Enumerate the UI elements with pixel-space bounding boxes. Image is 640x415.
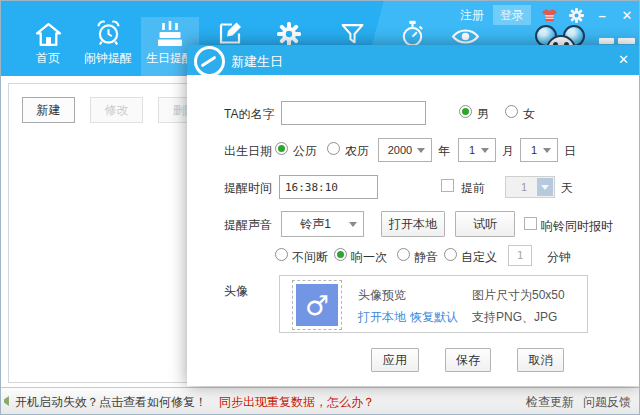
- feedback-link[interactable]: 问题反馈: [583, 394, 631, 411]
- stopwatch-icon: [400, 17, 425, 47]
- remind-time-input[interactable]: [279, 175, 378, 199]
- new-button[interactable]: 新建: [22, 97, 75, 123]
- login-link[interactable]: 登录: [493, 5, 531, 25]
- clock-icon: [194, 46, 225, 75]
- sync-duplicate-tip[interactable]: 同步出现重复数据，怎么办？: [219, 394, 375, 411]
- year-unit: 年: [438, 143, 450, 160]
- day-unit: 日: [564, 143, 576, 160]
- ring-once-radio[interactable]: [334, 248, 347, 261]
- ring-mute-radio[interactable]: [397, 248, 410, 261]
- minimize-button[interactable]: –: [594, 8, 610, 23]
- funnel-icon: [340, 17, 365, 47]
- announcement-icon: [4, 396, 13, 406]
- ring-custom-label: 自定义: [461, 249, 497, 266]
- birthdate-label: 出生日期: [224, 143, 272, 160]
- chime-label: 响铃同时报时: [541, 218, 613, 235]
- window-close-button[interactable]: ✕: [619, 8, 635, 23]
- status-bar: 开机启动失效？点击查看如何修复！ 同步出现重复数据，怎么办？ 检查更新 问题反馈: [1, 387, 640, 414]
- mascot-caption-fragment: [618, 38, 635, 44]
- female-radio[interactable]: [505, 105, 518, 118]
- month-unit: 月: [502, 143, 514, 160]
- new-birthday-dialog: 新建生日 ✕ TA的名字 男 女 出生日期 公历 农历 2000 年 1 月 1…: [187, 45, 640, 386]
- nav-tab-label: 闹钟提醒: [84, 50, 132, 67]
- custom-minutes-unit: 分钟: [547, 249, 571, 266]
- boot-fix-tip[interactable]: 开机启动失效？点击查看如何修复！: [15, 394, 207, 411]
- modify-button: 修改: [90, 97, 143, 123]
- apply-button[interactable]: 应用: [371, 348, 419, 372]
- day-select[interactable]: 1: [520, 138, 558, 162]
- solar-radio[interactable]: [275, 142, 288, 155]
- male-label: 男: [477, 106, 489, 123]
- titlebar-controls: 注册 登录 – ✕: [460, 5, 635, 25]
- save-button[interactable]: 保存: [445, 348, 491, 372]
- nav-tab-label: 首页: [36, 50, 60, 67]
- name-label: TA的名字: [224, 106, 274, 123]
- home-icon: [35, 17, 62, 47]
- gear-icon: [276, 17, 302, 47]
- ring-once-label: 响一次: [351, 249, 387, 266]
- dialog-titlebar: 新建生日 ✕: [187, 45, 640, 75]
- ring-mute-label: 静音: [414, 249, 438, 266]
- avatar-size-note: 图片尺寸为50x50: [472, 287, 565, 304]
- year-select[interactable]: 2000: [378, 138, 432, 162]
- avatar-preview: ♂: [292, 280, 342, 330]
- avatar-restore-link[interactable]: 恢复默认: [410, 309, 458, 326]
- preview-button[interactable]: 试听: [455, 211, 515, 237]
- nav-tab-alarm[interactable]: 闹钟提醒: [68, 17, 148, 76]
- advance-checkbox[interactable]: [441, 179, 454, 192]
- skin-icon[interactable]: [540, 7, 558, 23]
- remind-time-label: 提醒时间: [224, 180, 272, 197]
- solar-label: 公历: [293, 143, 317, 160]
- advance-unit: 天: [561, 180, 573, 197]
- ring-custom-radio[interactable]: [444, 248, 457, 261]
- ring-continuous-radio[interactable]: [275, 248, 288, 261]
- note-icon: [217, 17, 243, 47]
- female-label: 女: [523, 106, 535, 123]
- avatar-preview-label: 头像预览: [358, 287, 406, 304]
- sound-open-local-button[interactable]: 打开本地: [381, 211, 445, 237]
- check-update-link[interactable]: 检查更新: [526, 394, 574, 411]
- male-radio[interactable]: [459, 105, 472, 118]
- ringtone-select[interactable]: 铃声1: [281, 211, 364, 237]
- sound-label: 提醒声音: [224, 217, 272, 234]
- lunar-label: 农历: [345, 143, 369, 160]
- app-window: 注册 登录 – ✕ 首页 闹钟提醒: [0, 0, 640, 415]
- avatar-format-note: 支持PNG、JPG: [472, 309, 557, 326]
- ring-continuous-label: 不间断: [292, 249, 328, 266]
- dialog-title: 新建生日: [231, 53, 283, 71]
- dialog-close-button[interactable]: ✕: [618, 52, 629, 67]
- birthday-cake-icon: [156, 17, 184, 47]
- custom-minutes-input: [508, 245, 532, 266]
- avatar-open-local-link[interactable]: 打开本地: [358, 309, 406, 326]
- settings-gear-icon[interactable]: [567, 7, 585, 23]
- male-symbol-icon: ♂: [296, 284, 338, 326]
- month-select[interactable]: 1: [458, 138, 496, 162]
- avatar-label: 头像: [224, 283, 248, 300]
- mascot-caption-fragment: [599, 38, 614, 44]
- advance-days-select: 1: [505, 176, 555, 198]
- chime-checkbox[interactable]: [524, 217, 537, 230]
- cancel-button[interactable]: 取消: [517, 348, 564, 372]
- lunar-radio[interactable]: [327, 142, 340, 155]
- avatar-panel: ♂ 头像预览 打开本地 恢复默认 图片尺寸为50x50 支持PNG、JPG: [279, 275, 588, 333]
- advance-label: 提前: [461, 180, 485, 197]
- register-link[interactable]: 注册: [460, 6, 484, 24]
- alarm-clock-icon: [95, 17, 122, 47]
- name-input[interactable]: [281, 101, 426, 125]
